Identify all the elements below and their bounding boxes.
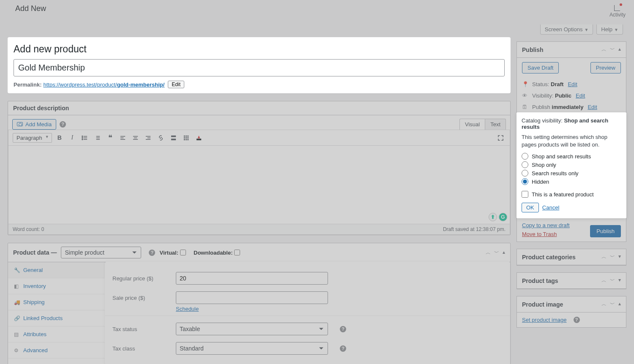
opt-search-only[interactable]: Search results only <box>522 169 621 177</box>
opt-hidden[interactable]: Hidden <box>522 177 621 186</box>
opt-shop-search[interactable]: Shop and search results <box>522 152 621 160</box>
permalink-link[interactable]: https://wordpress.test/product/gold-memb… <box>43 81 164 88</box>
edit-slug-button[interactable]: Edit <box>168 81 184 88</box>
title-card: Add new product Permalink: https://wordp… <box>8 37 511 93</box>
permalink-label: Permalink: <box>14 81 41 88</box>
catalog-visibility-panel: Catalog visibility: Shop and search resu… <box>516 112 626 218</box>
opt-shop-only[interactable]: Shop only <box>522 160 621 169</box>
cancel-link[interactable]: Cancel <box>542 204 559 211</box>
catalog-desc: This setting determines which shop pages… <box>522 133 621 149</box>
featured-checkbox[interactable]: This is a featured product <box>522 190 621 198</box>
ok-button[interactable]: OK <box>522 203 539 212</box>
product-title-input[interactable] <box>14 59 505 76</box>
page-title: Add new product <box>14 43 505 55</box>
